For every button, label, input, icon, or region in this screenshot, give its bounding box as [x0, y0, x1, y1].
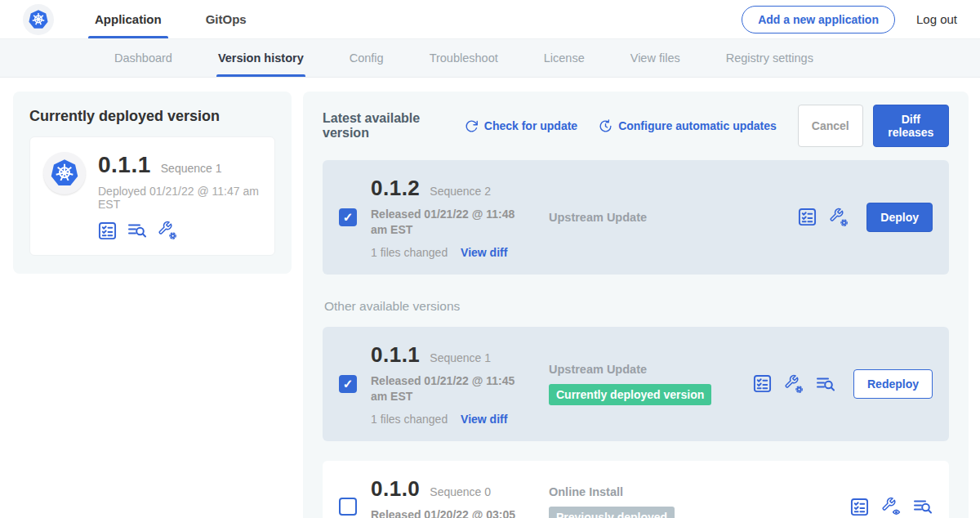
edit-config-wrench-gear-icon[interactable]	[829, 208, 849, 227]
currently-deployed-badge: Currently deployed version	[549, 384, 711, 405]
version-sequence: Sequence 1	[430, 351, 491, 364]
version-source: Upstream Update	[549, 211, 753, 224]
version-number: 0.1.0	[371, 476, 420, 502]
app-sub-nav: Dashboard Version history Config Trouble…	[0, 39, 980, 78]
preflight-checklist-icon[interactable]	[850, 498, 869, 516]
version-row-0-1-2: ✓ 0.1.2 Sequence 2 Released 01/21/22 @ 1…	[323, 160, 949, 275]
files-changed-count: 1 files changed	[371, 246, 448, 259]
clock-refresh-icon	[599, 119, 612, 133]
tab-license-label: License	[544, 51, 585, 65]
tab-version-history[interactable]: Version history	[216, 39, 305, 77]
tab-view-files-label: View files	[630, 51, 680, 65]
tab-view-files[interactable]: View files	[629, 39, 682, 77]
logout-link[interactable]: Log out	[916, 12, 957, 26]
version-checkbox-0-1-0[interactable]	[339, 498, 357, 516]
latest-available-title: Latest available version	[323, 111, 453, 141]
diff-releases-button[interactable]: Diff releases	[873, 105, 949, 147]
released-timestamp: Released 01/20/22 @ 03:05 pm EST	[371, 507, 531, 518]
view-files-magnifier-icon[interactable]	[913, 497, 933, 516]
check-icon: ✓	[343, 377, 354, 390]
deployed-version-tile: 0.1.1 Sequence 1 Deployed 01/21/22 @ 11:…	[29, 136, 275, 256]
version-history-panel: Latest available version Check for updat…	[303, 92, 969, 518]
tab-troubleshoot[interactable]: Troubleshoot	[428, 39, 500, 77]
released-timestamp: Released 01/21/22 @ 11:48 am EST	[371, 207, 531, 238]
add-new-application-button[interactable]: Add a new application	[742, 6, 895, 33]
check-for-update-link[interactable]: Check for update	[465, 119, 577, 133]
preflight-checklist-icon[interactable]	[753, 374, 772, 393]
view-diff-link[interactable]: View diff	[461, 246, 507, 259]
version-number: 0.1.1	[371, 342, 420, 368]
deployed-version-number: 0.1.1	[98, 152, 151, 178]
tab-registry-settings-label: Registry settings	[726, 51, 813, 65]
version-source: Upstream Update	[549, 363, 753, 376]
view-diff-link[interactable]: View diff	[461, 413, 507, 426]
version-number: 0.1.2	[371, 176, 420, 201]
version-sequence: Sequence 2	[430, 185, 491, 198]
topnav-tab-gitops[interactable]: GitOps	[199, 0, 253, 38]
previously-deployed-badge: Previously deployed	[549, 507, 675, 518]
view-files-magnifier-icon[interactable]	[816, 374, 835, 394]
tab-dashboard-label: Dashboard	[114, 51, 172, 65]
topnav-tab-application[interactable]: Application	[88, 0, 168, 38]
version-row-0-1-1: ✓ 0.1.1 Sequence 1 Released 01/21/22 @ 1…	[323, 327, 949, 441]
app-kubernetes-icon	[43, 152, 86, 194]
deployed-sequence: Sequence 1	[161, 162, 222, 175]
edit-config-wrench-gear-icon[interactable]	[158, 221, 177, 240]
edit-config-wrench-gear-icon[interactable]	[784, 374, 804, 394]
configure-automatic-updates-label: Configure automatic updates	[618, 119, 777, 132]
refresh-icon	[465, 119, 479, 133]
version-checkbox-0-1-2[interactable]: ✓	[339, 208, 357, 226]
tab-dashboard[interactable]: Dashboard	[113, 39, 174, 77]
tab-registry-settings[interactable]: Registry settings	[724, 39, 815, 77]
tab-config[interactable]: Config	[348, 39, 385, 77]
version-source: Online Install	[549, 485, 753, 498]
preflight-checklist-icon[interactable]	[798, 208, 817, 226]
currently-deployed-title: Currently deployed version	[29, 108, 275, 125]
files-changed-count: 1 files changed	[371, 413, 448, 426]
configure-automatic-updates-link[interactable]: Configure automatic updates	[599, 119, 777, 133]
other-available-versions-label: Other available versions	[324, 299, 949, 314]
currently-deployed-card: Currently deployed version	[13, 92, 292, 274]
version-row-0-1-0: 0.1.0 Sequence 0 Released 01/20/22 @ 03:…	[323, 461, 949, 518]
view-config-wrench-eye-icon[interactable]	[881, 497, 901, 516]
view-files-magnifier-icon[interactable]	[127, 221, 147, 240]
version-sequence: Sequence 0	[430, 485, 491, 498]
redeploy-button[interactable]: Redeploy	[853, 369, 933, 399]
tab-version-history-label: Version history	[218, 51, 304, 65]
deployed-timestamp: Deployed 01/21/22 @ 11:47 am EST	[98, 185, 261, 211]
latest-available-header: Latest available version Check for updat…	[323, 105, 949, 147]
topnav-tab-application-label: Application	[95, 12, 162, 26]
check-for-update-label: Check for update	[484, 119, 577, 132]
preflight-checklist-icon[interactable]	[98, 221, 117, 240]
tab-license[interactable]: License	[542, 39, 586, 77]
tab-troubleshoot-label: Troubleshoot	[430, 51, 498, 65]
topnav-tab-gitops-label: GitOps	[206, 12, 247, 26]
deploy-button[interactable]: Deploy	[866, 203, 933, 232]
tab-config-label: Config	[350, 51, 384, 65]
top-nav: Application GitOps Add a new application…	[0, 0, 980, 39]
released-timestamp: Released 01/21/22 @ 11:45 am EST	[371, 373, 531, 404]
cancel-button[interactable]: Cancel	[798, 105, 863, 147]
check-icon: ✓	[343, 211, 354, 223]
version-checkbox-0-1-1[interactable]: ✓	[339, 375, 357, 393]
kubernetes-logo-icon[interactable]	[23, 4, 54, 35]
